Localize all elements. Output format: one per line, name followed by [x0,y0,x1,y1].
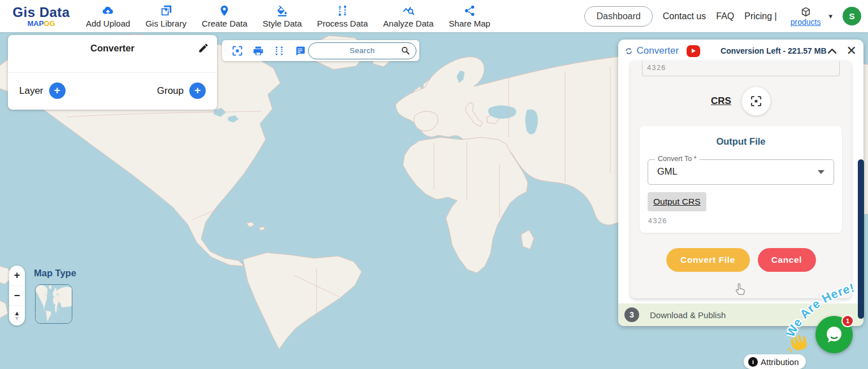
menu-analyze-data[interactable]: Analyze Data [383,5,433,28]
comment-icon[interactable] [294,45,306,57]
step-label: Download & Publish [650,310,726,320]
collapse-icon[interactable] [827,46,837,57]
logo-text: Gis Data [10,6,72,19]
focus-extent-icon[interactable] [232,45,243,57]
layer-group-row: Layer + Group + [8,73,217,108]
search-placeholder: Search [309,46,416,55]
style-paint-icon [276,5,288,17]
layers-panel-title: Converter [8,35,217,54]
map-type-thumbnail[interactable] [35,284,72,324]
search-input[interactable]: Search [308,42,416,59]
menu-label: Style Data [263,19,302,28]
process-route-icon [336,5,349,17]
menu-gis-library[interactable]: Gis Library [145,5,186,28]
crs-focus-icon [749,94,763,108]
action-buttons: Convert File Cancel [631,248,851,272]
output-file-card: Output File Convert To * GML Output CRS … [640,126,842,233]
measure-icon[interactable] [274,45,285,57]
library-icon [160,5,172,17]
convert-file-button[interactable]: Convert File [666,248,750,272]
zoom-in-button[interactable]: + [9,266,25,285]
play-icon [692,49,696,53]
tilt-spinner[interactable]: ▲ ▼ [9,305,25,325]
arrow-down-icon[interactable]: ▼ [14,316,20,321]
add-group-button[interactable]: Group + [157,83,206,99]
attribution-label: Attribution [761,357,799,367]
conversion-left-text: Conversion Left - 221.57 MB [721,46,827,55]
navbar-right: Dashboard Contact us FAQ Pricing | produ… [584,6,861,27]
logo-og-text: OG [44,19,55,28]
crs-picker-button[interactable] [741,86,771,116]
info-icon: i [748,357,758,367]
menu-process-data[interactable]: Process Data [317,5,368,28]
converter-panel-header: Converter Conversion Left - 221.57 MB ✕ [618,40,863,62]
layer-label: Layer [19,85,44,97]
chat-unread-badge: 1 [841,315,854,327]
plus-icon: + [189,83,206,99]
map-type-label: Map Type [34,268,76,279]
converter-panel-title: Converter [637,45,679,57]
output-crs-value: 4326 [648,217,842,225]
logo-map-text: MAP [27,19,44,28]
panel-header-icons: ✕ [827,45,857,57]
crs-link[interactable]: CRS [711,95,731,107]
share-icon [463,5,476,17]
converter-panel: Converter Conversion Left - 221.57 MB ✕ … [618,40,863,326]
top-navbar: Gis Data MAPOG Add Upload Gis Library Cr… [0,0,868,32]
converter-form-section: 4326 CRS Output File Convert To * GML Ou… [631,61,851,298]
mouse-cursor-pointer [734,283,748,297]
analyze-chart-icon [402,5,415,17]
crs-row: CRS [631,76,851,126]
location-pin-icon [218,5,231,17]
add-layer-button[interactable]: Layer + [19,83,66,99]
main-menu: Add Upload Gis Library Create Data Style… [86,5,491,28]
output-file-title: Output File [640,126,842,147]
menu-style-data[interactable]: Style Data [263,5,302,28]
cloud-upload-icon [102,5,114,17]
menu-label: Add Upload [86,19,130,28]
chevron-down-icon [818,170,824,174]
edit-pencil-icon[interactable] [198,42,209,54]
menu-label: Gis Library [145,19,186,28]
user-avatar[interactable]: S [843,7,861,25]
convert-to-value: GML [657,166,678,177]
close-icon[interactable]: ✕ [847,45,857,57]
sync-icon[interactable] [625,46,633,56]
map-toolbar: Search [222,40,419,61]
print-icon[interactable] [253,45,264,57]
menu-create-data[interactable]: Create Data [202,5,248,28]
convert-to-select[interactable]: Convert To * GML [648,159,834,185]
menu-label: Share Map [449,19,490,28]
products-caret-icon[interactable]: ▾ [828,12,832,20]
step-number-badge: 3 [624,307,639,322]
cancel-button[interactable]: Cancel [758,248,816,272]
contact-us-link[interactable]: Contact us [663,11,706,21]
menu-share-map[interactable]: Share Map [449,5,490,28]
chat-smile-icon [823,324,845,345]
faq-link[interactable]: FAQ [716,11,734,21]
output-crs-link[interactable]: Output CRS [648,192,706,211]
attribution-button[interactable]: i Attribution [744,354,806,369]
layers-panel-header: Converter [8,35,217,73]
youtube-icon[interactable] [687,45,700,57]
search-icon[interactable] [401,46,410,55]
products-menu[interactable]: products [791,6,821,27]
menu-add-upload[interactable]: Add Upload [86,5,130,28]
plus-icon: + [49,83,66,99]
menu-label: Create Data [202,19,248,28]
input-crs-field[interactable]: 4326 [642,61,840,76]
app-logo[interactable]: Gis Data MAPOG [10,6,72,27]
map-zoom-controls: + − ▲ ▼ [9,266,25,325]
waving-hand-icon [784,330,809,353]
products-label: products [791,18,821,27]
menu-label: Process Data [317,19,368,28]
convert-to-label: Convert To * [655,155,700,163]
app-screen: Gis Data MAPOG Add Upload Gis Library Cr… [0,0,868,369]
minimap-world [36,285,72,324]
group-label: Group [157,85,184,97]
zoom-out-button[interactable]: − [9,285,25,306]
pricing-link[interactable]: Pricing | [744,11,777,21]
panel-scrollbar-thumb[interactable] [858,159,864,319]
menu-label: Analyze Data [383,19,433,28]
dashboard-button[interactable]: Dashboard [584,6,652,27]
